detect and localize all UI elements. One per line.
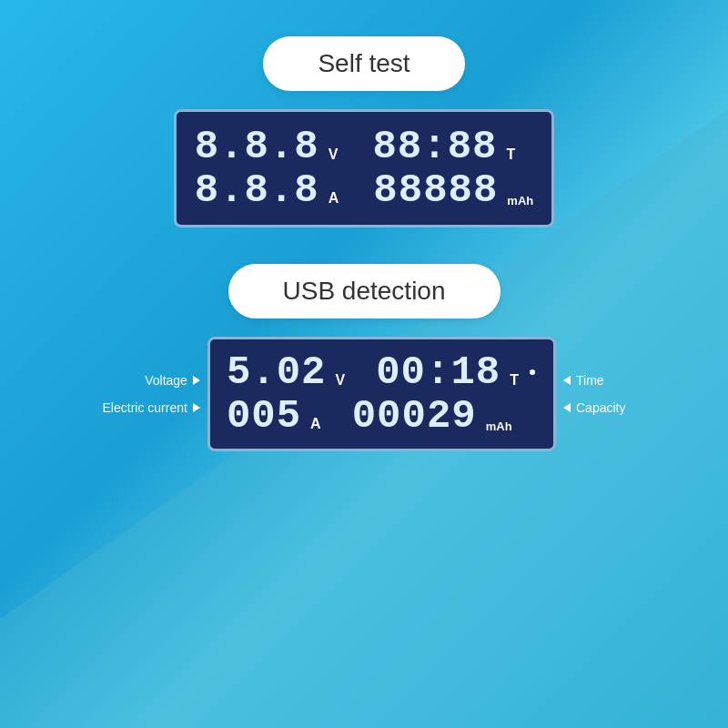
self-test-current-value: 8.8.8 [195,170,319,210]
capacity-arrow-icon [563,403,571,412]
current-label-item: Electric current [103,400,200,415]
voltage-label: Voltage [145,373,187,388]
usb-current-unit: A [310,416,321,432]
self-test-row1: 8.8.8 V 88:88 T [195,126,534,167]
usb-row1: 5.02 V 00:18 T [227,352,537,392]
labels-right: Time Capacity [563,373,625,415]
usb-capacity-unit: mAh [486,420,512,433]
time-label-item: Time [563,373,604,388]
usb-lcd-display: 5.02 V 00:18 T 005 A 00029 mAh [207,337,556,451]
current-arrow-icon [193,403,200,412]
self-test-capacity-value: 88888 [373,170,498,210]
self-test-time-value: 88:88 [372,126,497,167]
self-test-time-unit: T [506,147,515,163]
dot-indicator [530,369,535,375]
capacity-label-item: Capacity [563,400,625,415]
usb-row2: 005 A 00029 mAh [227,396,537,436]
self-test-voltage-value: 8.8.8 [195,126,319,167]
voltage-arrow-icon [193,376,200,385]
time-arrow-icon [563,376,571,385]
usb-current-value: 005 [227,396,301,436]
self-test-display: 8.8.8 V 88:88 T 8.8.8 A 88888 mAh [174,109,555,228]
voltage-label-item: Voltage [145,373,200,388]
current-label: Electric current [103,400,187,415]
labels-left: Voltage Electric current [103,373,200,415]
usb-time-value: 00:18 [376,352,500,392]
section-usb-detection: USB detection Voltage Electric current 5… [0,264,728,451]
capacity-label: Capacity [576,400,625,415]
self-test-row2: 8.8.8 A 88888 mAh [195,170,534,210]
usb-voltage-unit: V [336,372,346,389]
usb-voltage-value: 5.02 [227,352,327,392]
usb-detection-title: USB detection [228,264,500,318]
usb-annotated-display: Voltage Electric current 5.02 V 00:18 T [103,337,626,451]
self-test-current-unit: A [329,190,339,207]
usb-time-unit: T [510,372,519,389]
usb-capacity-value: 00029 [352,396,477,436]
time-label: Time [576,373,604,388]
section-self-test: Self test 8.8.8 V 88:88 T 8.8.8 A 88888 … [174,36,555,228]
self-test-title: Self test [263,36,464,91]
self-test-capacity-unit: mAh [507,194,533,207]
self-test-voltage-unit: V [329,147,339,163]
